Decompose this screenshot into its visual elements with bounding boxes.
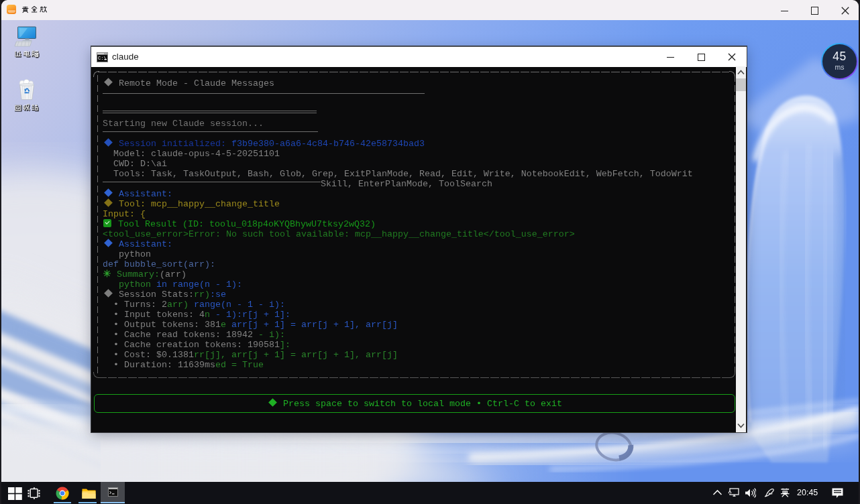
svg-text:C:\: C:\ [98,56,107,61]
